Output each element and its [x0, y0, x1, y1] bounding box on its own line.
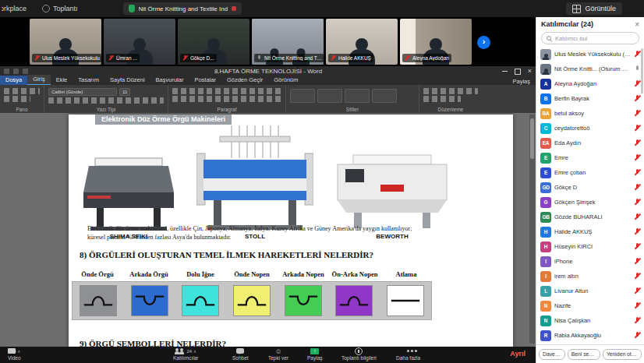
- muted-mic-icon[interactable]: [635, 258, 640, 265]
- muted-mic-icon[interactable]: [635, 80, 640, 87]
- word-share-button[interactable]: Paylaş: [512, 78, 530, 85]
- muted-mic-icon[interactable]: [635, 332, 640, 339]
- muted-mic-icon[interactable]: [635, 110, 640, 117]
- next-videos-button[interactable]: ›: [477, 36, 490, 49]
- tab-sayfa-duzeni[interactable]: Sayfa Düzeni: [104, 76, 150, 85]
- muted-mic-icon[interactable]: [635, 243, 640, 250]
- style-option[interactable]: [372, 89, 397, 103]
- invite-button[interactable]: Davet Edin: [539, 349, 565, 360]
- font-size-select[interactable]: 11: [119, 88, 130, 96]
- close-panel-icon[interactable]: ×: [635, 20, 639, 29]
- participant-search[interactable]: Katılımcı bul: [541, 32, 639, 44]
- muted-mic-icon[interactable]: [635, 317, 640, 324]
- undo-icon[interactable]: [23, 69, 28, 74]
- muted-mic-icon[interactable]: [635, 95, 640, 102]
- muted-mic-icon[interactable]: [635, 199, 640, 206]
- video-tile[interactable]: Aleyna Aydoğan: [400, 19, 472, 65]
- ribbon-buttons[interactable]: [4, 88, 40, 94]
- participant-row[interactable]: N Nazife: [536, 298, 644, 313]
- word-scrollbar[interactable]: [529, 115, 535, 344]
- video-tile[interactable]: Ümran ...: [104, 19, 175, 65]
- participant-row[interactable]: I iPhone: [536, 254, 644, 269]
- muted-mic-icon[interactable]: [635, 273, 640, 280]
- minimize-icon[interactable]: [502, 71, 508, 72]
- muted-mic-icon[interactable]: [635, 125, 640, 132]
- react-button[interactable]: ☺ Tepki ver: [268, 347, 288, 361]
- view-button[interactable]: Görüntüle: [566, 2, 622, 15]
- muted-mic-icon[interactable]: [635, 287, 640, 294]
- muted-mic-icon[interactable]: [635, 139, 640, 146]
- ribbon-buttons[interactable]: [423, 88, 478, 94]
- participant-row[interactable]: N Nisa Çalışkan: [536, 313, 644, 328]
- tab-basvurular[interactable]: Başvurular: [150, 76, 189, 85]
- tab-gozden-gecir[interactable]: Gözden Geçir: [221, 76, 268, 85]
- tab-dosya[interactable]: Dosya: [0, 76, 27, 85]
- leave-meeting-button[interactable]: Ayrıl: [510, 350, 525, 358]
- mic-icon[interactable]: [635, 65, 640, 72]
- tab-giris[interactable]: Giriş: [27, 75, 50, 85]
- participant-row[interactable]: EA Eda Aydın: [536, 136, 644, 150]
- participant-row[interactable]: R Rabia Akkayaoğlu: [536, 328, 644, 343]
- tab-tasarim[interactable]: Tasarım: [73, 76, 104, 85]
- participant-row[interactable]: BA betul aksoy: [536, 106, 644, 121]
- participant-row[interactable]: E Emre çoban: [536, 165, 644, 180]
- participant-row[interactable]: H Halide AKKUŞ: [536, 224, 644, 239]
- participant-row[interactable]: A Aleyna Aydoğan: [536, 76, 644, 91]
- ribbon-group-clipboard[interactable]: Pano: [0, 85, 44, 113]
- ribbon-buttons[interactable]: [48, 97, 164, 104]
- ribbon-buttons[interactable]: [172, 96, 281, 102]
- tab-gorunum[interactable]: Görünüm: [268, 76, 303, 85]
- participant-row[interactable]: E Emre: [536, 150, 644, 165]
- participant-row[interactable]: B Berfin Bayrak: [536, 91, 644, 106]
- participant-row[interactable]: G Gökçen Şimşek: [536, 195, 644, 210]
- panel-scrollbar[interactable]: [641, 48, 643, 93]
- muted-mic-icon[interactable]: [635, 154, 640, 161]
- video-tile-active-speaker[interactable]: Nit Örme Knitting and Textile Ind...: [252, 19, 324, 65]
- video-tile[interactable]: Gökçe D...: [178, 19, 249, 65]
- meeting-info-button[interactable]: Toplantı bilgileri: [341, 347, 377, 361]
- mute-me-button[interactable]: Beni sessize al: [568, 349, 600, 360]
- chevron-up-icon[interactable]: ∧: [193, 349, 196, 354]
- reopen-session-button[interactable]: Yeniden oturum aç: [603, 349, 642, 360]
- participant-row[interactable]: Nit Örme Knitti... (Oturum Sahibi): [536, 62, 644, 76]
- muted-mic-icon[interactable]: [635, 213, 640, 220]
- participants-list[interactable]: Ulus Meslek Yüksekokulu (Ben) Nit Örme K…: [536, 47, 644, 344]
- font-name-select[interactable]: Calibri (Gövde): [48, 88, 117, 96]
- video-toggle-button[interactable]: ∧ Video: [8, 347, 21, 361]
- close-icon[interactable]: ×: [528, 68, 532, 75]
- muted-mic-icon[interactable]: [635, 302, 640, 309]
- ribbon-group-styles[interactable]: Stiller: [286, 85, 419, 113]
- ribbon-buttons[interactable]: [172, 88, 281, 94]
- video-tile[interactable]: Halide AKKUŞ: [326, 19, 398, 65]
- muted-mic-icon[interactable]: [635, 51, 640, 58]
- tab-ekle[interactable]: Ekle: [51, 76, 73, 85]
- video-tile[interactable]: Ulus Meslek Yüksekokulu: [30, 19, 101, 65]
- scrollbar-thumb[interactable]: [530, 118, 534, 159]
- muted-mic-icon[interactable]: [635, 169, 640, 176]
- more-button[interactable]: Daha fazla: [396, 347, 420, 361]
- autosave-icon[interactable]: [4, 69, 9, 74]
- participant-row[interactable]: Ulus Meslek Yüksekokulu (Ben): [536, 47, 644, 62]
- ribbon-buttons[interactable]: [423, 96, 461, 102]
- ribbon-group-paragraph[interactable]: Paragraf: [168, 85, 286, 113]
- style-option[interactable]: [345, 89, 370, 103]
- participant-row[interactable]: C ceydatorettoö: [536, 121, 644, 136]
- ribbon-group-editing[interactable]: Düzenleme: [419, 85, 482, 113]
- participants-button[interactable]: 24∧ Katılımcılar: [173, 347, 199, 361]
- save-icon[interactable]: [13, 69, 19, 74]
- style-option[interactable]: [317, 89, 342, 103]
- chat-button[interactable]: Sohbet: [232, 347, 249, 361]
- ribbon-group-font[interactable]: Calibri (Gövde) 11 Yazı Tipi: [44, 85, 168, 113]
- participant-row[interactable]: GB Gözde BUHARALI: [536, 210, 644, 224]
- participant-row[interactable]: GD Gökçe D: [536, 180, 644, 195]
- ribbon-buttons[interactable]: [4, 96, 30, 102]
- participant-row[interactable]: I irem altın: [536, 269, 644, 284]
- restore-icon[interactable]: [515, 69, 521, 75]
- participant-row[interactable]: H Hüseyin KIRCI: [536, 239, 644, 254]
- meeting-info-pill[interactable]: Nit Örme Knitting and Textile Ind: [123, 2, 242, 15]
- share-screen-button[interactable]: ↑ Paylaş: [307, 347, 323, 361]
- style-option[interactable]: [290, 89, 315, 103]
- tab-postalar[interactable]: Postalar: [189, 76, 221, 85]
- participant-row[interactable]: L Livanur Altun: [536, 284, 644, 298]
- muted-mic-icon[interactable]: [635, 184, 640, 191]
